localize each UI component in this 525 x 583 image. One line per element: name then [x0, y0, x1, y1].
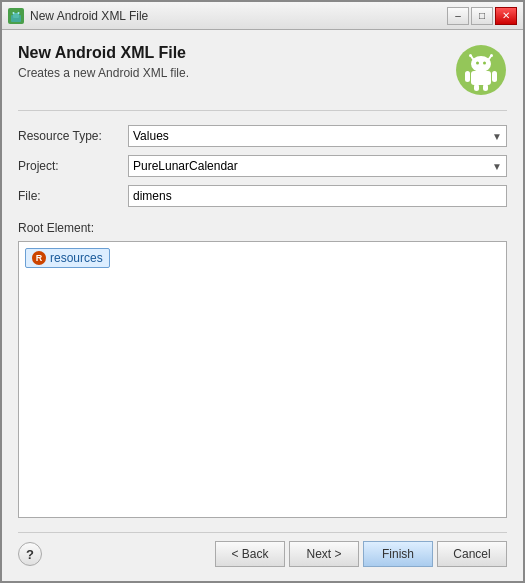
resource-type-label: Resource Type: [18, 129, 128, 143]
header-separator [18, 110, 507, 111]
svg-point-11 [483, 62, 486, 65]
finish-button[interactable]: Finish [363, 541, 433, 567]
root-element-text: resources [50, 251, 103, 265]
project-label: Project: [18, 159, 128, 173]
file-label: File: [18, 189, 128, 203]
svg-rect-15 [474, 84, 479, 91]
svg-point-10 [476, 62, 479, 65]
dialog-header-text: New Android XML File Creates a new Andro… [18, 44, 455, 80]
close-button[interactable]: ✕ [495, 7, 517, 25]
android-logo [455, 44, 507, 96]
maximize-button[interactable]: □ [471, 7, 493, 25]
resource-type-value: Values [133, 129, 169, 143]
project-dropdown[interactable]: PureLunarCalendar ▼ [128, 155, 507, 177]
window-controls: – □ ✕ [447, 7, 517, 25]
resource-type-arrow-icon: ▼ [492, 131, 502, 142]
button-bar: ? < Back Next > Finish Cancel [18, 532, 507, 567]
dialog-subtitle: Creates a new Android XML file. [18, 66, 455, 80]
resource-type-dropdown[interactable]: Values ▼ [128, 125, 507, 147]
svg-point-8 [490, 54, 493, 57]
help-button[interactable]: ? [18, 542, 42, 566]
window-icon [8, 8, 24, 24]
svg-point-2 [13, 12, 15, 14]
minimize-button[interactable]: – [447, 7, 469, 25]
project-arrow-icon: ▼ [492, 161, 502, 172]
dialog-window: New Android XML File – □ ✕ New Android X… [0, 0, 525, 583]
window-title: New Android XML File [30, 9, 447, 23]
title-bar: New Android XML File – □ ✕ [2, 2, 523, 30]
svg-point-9 [471, 56, 491, 72]
project-group: Project: PureLunarCalendar ▼ [18, 155, 507, 177]
back-button[interactable]: < Back [215, 541, 285, 567]
dialog-content: New Android XML File Creates a new Andro… [2, 30, 523, 581]
file-group: File: [18, 185, 507, 207]
dialog-title: New Android XML File [18, 44, 455, 62]
next-button[interactable]: Next > [289, 541, 359, 567]
svg-rect-12 [471, 71, 491, 85]
svg-rect-16 [483, 84, 488, 91]
resource-type-group: Resource Type: Values ▼ [18, 125, 507, 147]
svg-point-3 [18, 12, 20, 14]
svg-point-6 [469, 54, 472, 57]
cancel-button[interactable]: Cancel [437, 541, 507, 567]
file-input[interactable] [128, 185, 507, 207]
svg-rect-14 [492, 71, 497, 82]
project-value: PureLunarCalendar [133, 159, 238, 173]
root-element-box: R resources [18, 241, 507, 518]
nav-buttons: < Back Next > Finish Cancel [215, 541, 507, 567]
dialog-header: New Android XML File Creates a new Andro… [18, 44, 507, 96]
svg-rect-13 [465, 71, 470, 82]
root-element-item[interactable]: R resources [25, 248, 110, 268]
root-element-section-label: Root Element: [18, 221, 507, 235]
root-element-r-icon: R [32, 251, 46, 265]
